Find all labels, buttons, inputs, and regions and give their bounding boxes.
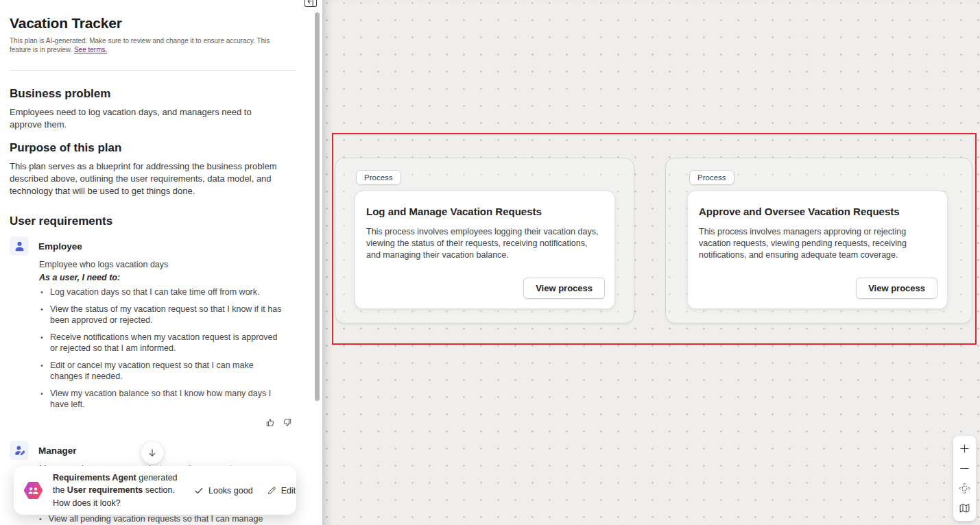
collapse-panel-icon[interactable] — [304, 0, 318, 8]
business-problem-heading: Business problem — [10, 87, 296, 101]
toast-section-name: User requirements — [67, 485, 143, 495]
check-icon — [194, 486, 204, 496]
view-process-button[interactable]: View process — [523, 278, 605, 299]
list-item: View the status of my vacation request s… — [39, 304, 283, 326]
process-badge: Process — [356, 170, 401, 185]
toast-text-1: generated — [136, 473, 178, 483]
manager-person-icon — [10, 441, 29, 460]
see-terms-link[interactable]: See terms. — [74, 46, 107, 53]
toast-text-2b: section. — [143, 485, 175, 495]
process-card-title: Log and Manage Vacation Requests — [366, 206, 603, 217]
looks-good-label: Looks good — [208, 486, 253, 496]
toast-actions: Looks good Edit — [194, 486, 296, 496]
ai-disclaimer: This plan is AI-generated. Make sure to … — [10, 36, 283, 54]
process-card-body: This process involves managers approving… — [699, 226, 936, 261]
edit-button[interactable]: Edit — [267, 486, 296, 496]
list-item: View all pending vacation requests so th… — [39, 514, 263, 524]
plan-document-panel: Vacation Tracker This plan is AI-generat… — [0, 0, 322, 525]
persona-manager-name: Manager — [38, 445, 77, 456]
toast-text-2a: the — [53, 485, 67, 495]
zoom-out-icon[interactable] — [955, 460, 974, 478]
persona-employee-name: Employee — [38, 241, 82, 252]
list-item: Edit or cancel my vacation request so th… — [39, 360, 283, 382]
ai-disclaimer-text: This plan is AI-generated. Make sure to … — [10, 37, 270, 53]
agent-toast: Requirements Agent generatedthe User req… — [14, 466, 296, 515]
app-root: Vacation Tracker This plan is AI-generat… — [0, 0, 980, 525]
scroll-down-icon[interactable] — [141, 442, 163, 464]
minimap-icon[interactable] — [955, 500, 974, 517]
purpose-body: This plan serves as a blueprint for addr… — [10, 160, 284, 197]
process-card[interactable]: Log and Manage Vacation Requests This pr… — [355, 191, 615, 309]
process-badge: Process — [689, 170, 734, 185]
persona-employee-description: Employee who logs vacation days — [39, 260, 296, 269]
feedback-controls — [39, 416, 294, 428]
view-process-button[interactable]: View process — [856, 278, 937, 299]
process-card-title: Approve and Oversee Vacation Requests — [699, 206, 936, 217]
toast-message: Requirements Agent generatedthe User req… — [53, 472, 183, 509]
agent-avatar-icon — [22, 479, 45, 502]
list-item: View my vacation balance so that I know … — [39, 388, 283, 410]
list-item: Receive notifications when my vacation r… — [39, 332, 283, 354]
list-item: Log vacation days so that I can take tim… — [39, 286, 283, 297]
employee-person-icon — [10, 236, 29, 256]
thumbs-down-icon[interactable] — [281, 416, 294, 428]
employee-needs-list: Log vacation days so that I can take tim… — [39, 286, 283, 410]
plan-canvas[interactable]: Process Process Log and Manage Vacation … — [322, 0, 980, 525]
canvas-zoom-toolbar — [953, 436, 976, 521]
persona-employee-intro: As a user, I need to: — [39, 273, 296, 282]
persona-employee: Employee — [10, 236, 296, 256]
edit-pencil-icon — [267, 486, 276, 496]
toast-text-3: How does it look? — [53, 498, 121, 508]
user-requirements-heading: User requirements — [10, 215, 296, 228]
panel-scrollbar[interactable] — [315, 12, 320, 401]
page-title: Vacation Tracker — [10, 15, 296, 32]
business-problem-body: Employees need to log vacation days, and… — [10, 106, 284, 130]
toast-agent-name: Requirements Agent — [53, 473, 136, 483]
looks-good-button[interactable]: Looks good — [194, 486, 253, 496]
fit-view-icon[interactable] — [955, 480, 974, 498]
process-card[interactable]: Approve and Oversee Vacation Requests Th… — [687, 191, 948, 309]
thumbs-up-icon[interactable] — [263, 416, 276, 428]
divider — [10, 70, 296, 71]
process-card-body: This process involves employees logging … — [366, 226, 603, 261]
purpose-heading: Purpose of this plan — [10, 141, 296, 155]
edit-label: Edit — [281, 486, 296, 496]
zoom-in-icon[interactable] — [955, 440, 974, 458]
